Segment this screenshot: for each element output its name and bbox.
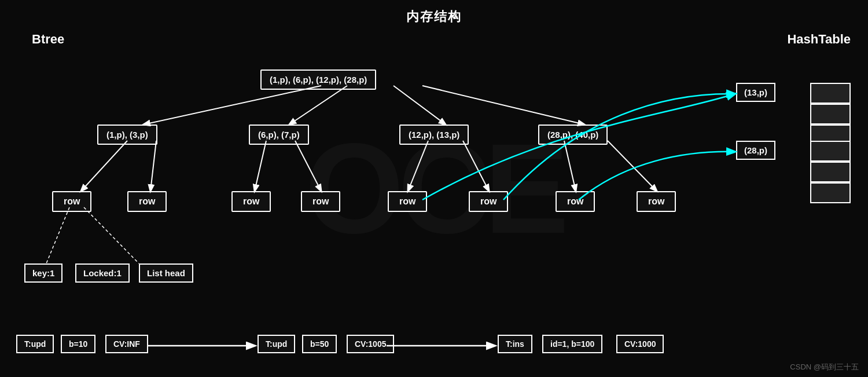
vc-tupd-1: T:upd: [16, 335, 54, 353]
svg-line-8: [408, 141, 428, 191]
record-key: key:1: [24, 263, 62, 283]
record-locked: Locked:1: [75, 263, 130, 283]
svg-line-0: [144, 86, 321, 125]
svg-line-9: [463, 141, 489, 191]
l2-node-3: (28,p), (40,p): [538, 125, 608, 145]
vc-b10: b=10: [61, 335, 95, 353]
root-node: (1,p), (6,p), (12,p), (28,p): [260, 69, 376, 90]
svg-line-5: [150, 141, 156, 191]
watermark: CSDN @码到三十五: [790, 362, 859, 372]
row-node-4: row: [388, 191, 427, 212]
vc-cvinf: CV:INF: [105, 335, 148, 353]
ht-row-4: [810, 162, 851, 182]
vc-cv1000: CV:1000: [616, 335, 664, 353]
ht-row-5: [810, 182, 851, 203]
svg-line-2: [393, 86, 446, 125]
svg-line-1: [289, 86, 347, 125]
vc-id1b100: id=1, b=100: [542, 335, 602, 353]
svg-line-3: [422, 86, 584, 125]
ht-label-13p: (13,p): [736, 83, 775, 102]
svg-line-13: [84, 207, 139, 263]
l2-node-0: (1,p), (3,p): [97, 125, 157, 145]
arrows-overlay: [0, 0, 868, 377]
row-node-0: row: [52, 191, 91, 212]
ht-label-28p: (28,p): [736, 141, 775, 160]
ht-row-3: [810, 141, 851, 162]
l2-node-2: (12,p), (13,p): [399, 125, 469, 145]
row-node-3: row: [301, 191, 340, 212]
ht-row-1: [810, 104, 851, 125]
label-hashtable: HashTable: [787, 32, 851, 47]
svg-line-7: [295, 141, 321, 191]
page-title: 内存结构: [0, 0, 868, 25]
svg-line-6: [255, 141, 266, 191]
vc-b50: b=50: [302, 335, 337, 353]
record-listhead: List head: [139, 263, 193, 283]
vc-cv1005: CV:1005: [347, 335, 394, 353]
svg-line-10: [564, 141, 576, 191]
svg-line-11: [608, 141, 657, 191]
ht-row-0: [810, 83, 851, 104]
row-node-6: row: [556, 191, 595, 212]
row-node-5: row: [469, 191, 508, 212]
row-node-1: row: [127, 191, 167, 212]
row-node-7: row: [637, 191, 676, 212]
row-node-2: row: [231, 191, 271, 212]
vc-tupd-2: T:upd: [258, 335, 295, 353]
svg-line-12: [46, 207, 69, 263]
l2-node-1: (6,p), (7,p): [249, 125, 309, 145]
vc-tins: T:ins: [498, 335, 532, 353]
svg-line-4: [81, 141, 127, 191]
label-btree: Btree: [32, 32, 64, 47]
